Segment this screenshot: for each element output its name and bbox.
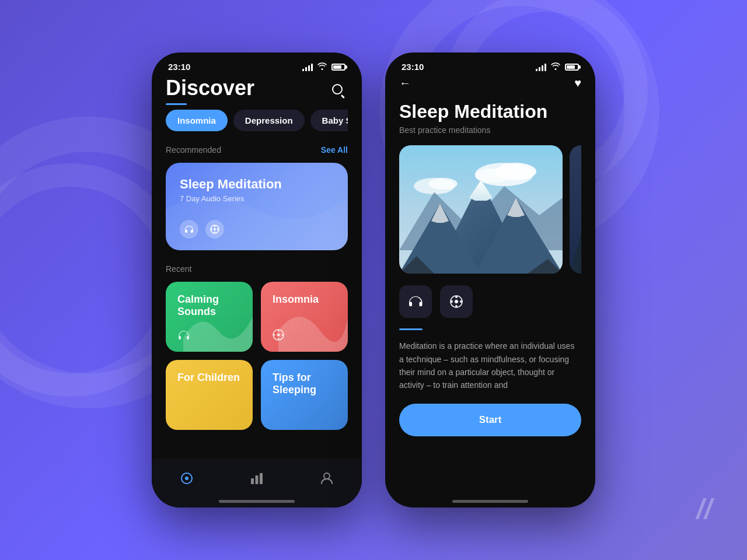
svg-point-5 (217, 228, 218, 229)
detail-description: Meditation is a practice where an indivi… (399, 340, 581, 392)
phone-detail: 23:10 (385, 52, 595, 508)
detail-title: Sleep Meditation (399, 102, 581, 122)
calming-sounds-icon (177, 330, 190, 344)
start-button[interactable]: Start (399, 404, 581, 436)
see-all-link[interactable]: See All (321, 145, 348, 155)
svg-point-13 (185, 477, 189, 480)
status-bar-1: 23:10 (152, 52, 362, 76)
filter-tab-depression[interactable]: Depression (233, 110, 305, 131)
audio-controls (399, 285, 581, 318)
reel-icon (205, 220, 224, 239)
chart-icon (250, 471, 264, 485)
svg-point-41 (460, 300, 462, 303)
svg-point-21 (475, 169, 510, 183)
mountain-image[interactable] (399, 145, 563, 274)
svg-point-3 (214, 231, 215, 232)
tips-sleeping-title: Tips for Sleeping (273, 372, 336, 397)
phone-discover: 23:10 (152, 52, 362, 508)
time-1: 23:10 (168, 62, 190, 72)
time-2: 23:10 (402, 62, 424, 72)
bottom-nav (152, 459, 362, 508)
nav-stats[interactable] (238, 467, 275, 490)
battery-icon (331, 64, 345, 71)
svg-point-11 (282, 334, 284, 335)
discover-title: Discover (166, 76, 254, 100)
status-bar-2: 23:10 (385, 52, 595, 76)
compass-icon (180, 471, 194, 485)
recommended-label: Recommended (166, 145, 221, 155)
recent-grid: Calming Sounds Insomnia (166, 282, 348, 430)
for-children-title: For Children (177, 372, 241, 384)
back-button[interactable]: ← (399, 76, 411, 90)
search-button[interactable] (327, 79, 348, 100)
detail-subtitle: Best practice meditations (399, 125, 581, 135)
card-icons (180, 220, 224, 239)
svg-point-17 (324, 473, 330, 479)
discover-header: Discover (166, 76, 348, 105)
phones-container: 23:10 (152, 52, 595, 508)
search-icon (332, 84, 343, 94)
card-subtitle: 7 Day Audio Series (180, 194, 334, 203)
battery-icon-2 (565, 64, 579, 71)
recent-card-insomnia[interactable]: Insomnia (261, 282, 348, 352)
svg-point-40 (451, 300, 453, 303)
svg-point-23 (428, 178, 458, 190)
detail-header: ← ♥ (399, 76, 581, 90)
signal-icon (302, 63, 313, 71)
meditation-card[interactable]: Sleep Meditation 7 Day Audio Series (166, 163, 348, 250)
person-icon (320, 471, 334, 485)
recent-card-tips-sleeping[interactable]: Tips for Sleeping (261, 360, 348, 430)
recent-header: Recent (166, 264, 348, 274)
filter-tabs: Insomnia Depression Baby Sleep (166, 110, 348, 131)
heart-button[interactable]: ♥ (574, 76, 581, 90)
discover-underline (166, 103, 187, 105)
slash-decoration: // (696, 493, 712, 525)
home-indicator-2 (452, 500, 528, 503)
home-indicator (219, 500, 295, 503)
nav-discover[interactable] (168, 467, 205, 490)
svg-point-1 (214, 228, 216, 230)
headphones-icon (180, 220, 198, 239)
svg-point-37 (455, 300, 458, 303)
svg-point-7 (277, 333, 280, 336)
wifi-icon (317, 62, 327, 72)
recent-card-for-children[interactable]: For Children (166, 360, 253, 430)
svg-rect-16 (260, 473, 263, 484)
signal-icon-2 (536, 63, 546, 71)
card-title: Sleep Meditation (180, 177, 334, 192)
svg-point-8 (278, 330, 280, 331)
mountain-image-2[interactable] (570, 145, 581, 274)
svg-point-39 (455, 305, 458, 307)
filter-tab-insomnia[interactable]: Insomnia (166, 110, 228, 131)
status-icons-2 (536, 62, 579, 72)
svg-point-9 (278, 338, 280, 340)
audio-headphones-button[interactable] (399, 285, 432, 318)
image-carousel (399, 145, 581, 274)
detail-divider (399, 328, 423, 330)
recent-card-calming-sounds[interactable]: Calming Sounds (166, 282, 253, 352)
recommended-header: Recommended See All (166, 145, 348, 155)
filter-tab-babysleep[interactable]: Baby Sleep (310, 110, 348, 131)
nav-profile[interactable] (308, 467, 345, 490)
svg-point-38 (455, 296, 458, 298)
svg-rect-14 (251, 478, 254, 484)
svg-point-2 (214, 225, 215, 226)
svg-point-10 (274, 334, 275, 335)
status-icons-1 (302, 62, 345, 72)
svg-point-4 (211, 228, 212, 229)
audio-reel-button[interactable] (440, 285, 473, 318)
svg-rect-15 (256, 475, 259, 484)
recent-label: Recent (166, 264, 191, 274)
insomnia-icon (273, 329, 284, 344)
wifi-icon-2 (551, 62, 560, 72)
nav-items (152, 467, 362, 490)
